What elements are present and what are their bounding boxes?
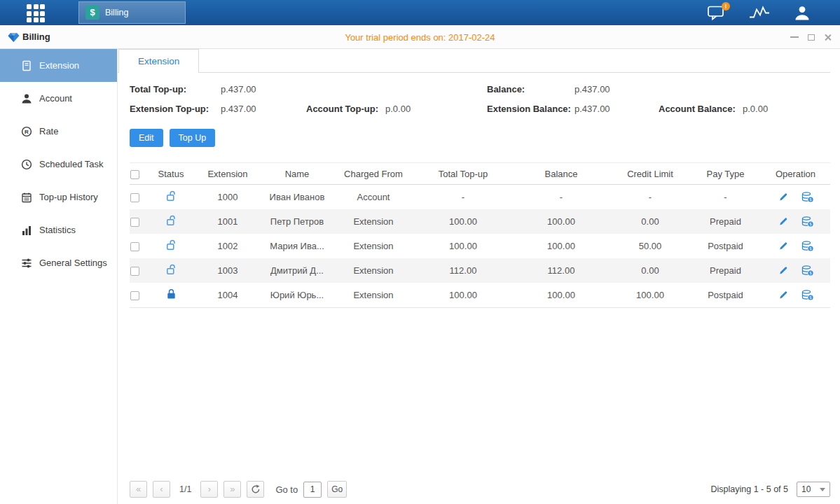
cell-balance: 112.00 bbox=[512, 258, 610, 283]
extension-table: Status Extension Name Charged From Total… bbox=[130, 162, 830, 308]
extension-row: 1000 Иван Иванов Account - - - - bbox=[130, 185, 830, 210]
tab-extension[interactable]: Extension bbox=[118, 49, 199, 73]
top-up-coins-icon[interactable]: $ bbox=[801, 241, 813, 251]
cell-balance: 100.00 bbox=[512, 283, 610, 308]
cell-name: Иван Иванов bbox=[261, 185, 333, 210]
sidebar-item-label: Extension bbox=[39, 60, 79, 71]
sidebar-item-statistics[interactable]: Statistics bbox=[0, 214, 117, 246]
window-controls bbox=[790, 25, 832, 49]
top-up-coins-icon[interactable]: $ bbox=[801, 216, 813, 227]
sidebar-item-account[interactable]: Account bbox=[0, 82, 117, 115]
sidebar-item-label: Rate bbox=[39, 126, 58, 136]
first-page-button[interactable]: « bbox=[130, 481, 147, 498]
table-header-row: Status Extension Name Charged From Total… bbox=[130, 163, 830, 185]
titlebar: Billing Your trial period ends on: 2017-… bbox=[0, 25, 840, 49]
cell-extension: 1000 bbox=[194, 185, 261, 210]
row-checkbox[interactable] bbox=[130, 242, 139, 251]
header-balance: Balance bbox=[512, 163, 610, 185]
status-unlocked-icon bbox=[166, 215, 177, 226]
person-icon bbox=[20, 92, 32, 104]
sidebar-item-label: Scheduled Task bbox=[39, 159, 104, 169]
cell-pay-type: Postpaid bbox=[690, 283, 761, 308]
cell-charged-from: Extension bbox=[333, 283, 414, 308]
cell-total-topup: 100.00 bbox=[414, 283, 512, 308]
top-up-button[interactable]: Top Up bbox=[170, 129, 216, 147]
clock-icon bbox=[20, 158, 32, 170]
cell-extension: 1004 bbox=[194, 283, 261, 308]
cell-name: Мария Ива... bbox=[261, 234, 333, 258]
monitor-chart-icon[interactable] bbox=[749, 6, 770, 20]
edit-pencil-icon[interactable] bbox=[778, 241, 789, 251]
edit-pencil-icon[interactable] bbox=[778, 216, 789, 227]
header-total-topup: Total Top-up bbox=[414, 163, 512, 185]
last-page-button[interactable]: » bbox=[223, 481, 241, 498]
status-unlocked-icon bbox=[166, 190, 177, 202]
edit-pencil-icon[interactable] bbox=[778, 290, 789, 300]
cell-extension: 1002 bbox=[194, 234, 261, 258]
cell-balance: 100.00 bbox=[512, 234, 610, 258]
trial-notice: Your trial period ends on: 2017-02-24 bbox=[0, 32, 840, 43]
top-up-coins-icon[interactable]: $ bbox=[801, 192, 813, 202]
calendar-icon bbox=[20, 191, 32, 203]
row-checkbox[interactable] bbox=[130, 193, 139, 202]
taskbar-tab-label: Billing bbox=[105, 8, 128, 18]
maximize-icon[interactable] bbox=[808, 34, 815, 41]
sidebar-item-rate[interactable]: R Rate bbox=[0, 115, 117, 148]
edit-pencil-icon[interactable] bbox=[778, 265, 789, 276]
prev-page-button[interactable]: ‹ bbox=[153, 481, 170, 498]
svg-text:R: R bbox=[25, 129, 29, 135]
cell-credit-limit: 100.00 bbox=[610, 283, 690, 308]
edit-button[interactable]: Edit bbox=[130, 129, 163, 147]
close-icon[interactable] bbox=[824, 34, 832, 41]
next-page-button[interactable]: › bbox=[200, 481, 218, 498]
status-unlocked-icon bbox=[166, 239, 177, 251]
cell-credit-limit: 0.00 bbox=[610, 209, 690, 234]
cell-extension: 1001 bbox=[194, 209, 261, 234]
header-name: Name bbox=[261, 163, 333, 185]
header-pay-type: Pay Type bbox=[690, 163, 761, 185]
sidebar-item-topup-history[interactable]: Top-up History bbox=[0, 181, 117, 214]
select-all-checkbox[interactable] bbox=[130, 170, 139, 179]
billing-summary: Total Top-up: p.437.00 Balance: p.437.00… bbox=[130, 84, 830, 114]
cell-total-topup: 100.00 bbox=[414, 234, 512, 258]
minimize-icon[interactable] bbox=[790, 36, 799, 38]
row-checkbox[interactable] bbox=[130, 291, 139, 300]
sidebar-item-label: Top-up History bbox=[39, 192, 98, 202]
page-indicator: 1/1 bbox=[179, 484, 191, 494]
displaying-text: Displaying 1 - 5 of 5 bbox=[711, 484, 788, 494]
header-credit-limit: Credit Limit bbox=[610, 163, 690, 185]
sidebar-item-label: General Settings bbox=[39, 258, 107, 268]
sidebar-item-general-settings[interactable]: General Settings bbox=[0, 246, 117, 279]
edit-pencil-icon[interactable] bbox=[778, 192, 789, 202]
goto-page-input[interactable] bbox=[303, 482, 322, 498]
account-topup-label: Account Top-up: bbox=[306, 104, 385, 114]
sidebar-item-extension[interactable]: Extension bbox=[0, 49, 117, 82]
cell-total-topup: - bbox=[414, 185, 512, 210]
billing-taskbar-tab[interactable]: $ Billing bbox=[78, 1, 186, 24]
refresh-icon[interactable] bbox=[247, 481, 264, 498]
goto-label: Go to bbox=[275, 484, 298, 495]
user-account-icon[interactable] bbox=[794, 6, 811, 20]
row-checkbox[interactable] bbox=[130, 267, 139, 276]
extension-row: 1002 Мария Ива... Extension 100.00 100.0… bbox=[130, 234, 830, 258]
row-checkbox[interactable] bbox=[130, 218, 139, 227]
status-unlocked-icon bbox=[166, 264, 177, 275]
notification-badge: ! bbox=[722, 2, 730, 10]
top-up-coins-icon[interactable]: $ bbox=[801, 290, 813, 300]
account-balance-value: p.0.00 bbox=[743, 104, 830, 114]
caret-down-icon bbox=[820, 488, 825, 491]
extension-row: 1001 Петр Петров Extension 100.00 100.00… bbox=[130, 209, 830, 234]
extension-content: Total Top-up: p.437.00 Balance: p.437.00… bbox=[118, 73, 840, 504]
pagination-bar: « ‹ 1/1 › » Go to Go Displaying 1 - 5 of… bbox=[130, 481, 830, 498]
sidebar-item-scheduled-task[interactable]: Scheduled Task bbox=[0, 148, 117, 181]
sidebar-item-label: Account bbox=[39, 93, 72, 104]
cell-credit-limit: 50.00 bbox=[610, 234, 690, 258]
total-topup-label: Total Top-up: bbox=[130, 84, 221, 94]
go-button[interactable]: Go bbox=[327, 481, 347, 498]
notifications-chat-icon[interactable]: ! bbox=[708, 6, 725, 20]
cell-pay-type: Prepaid bbox=[690, 209, 761, 234]
page-size-select[interactable]: 10 bbox=[797, 482, 830, 497]
cell-charged-from: Extension bbox=[333, 234, 414, 258]
top-up-coins-icon[interactable]: $ bbox=[801, 265, 813, 276]
apps-menu-icon[interactable] bbox=[27, 4, 49, 22]
